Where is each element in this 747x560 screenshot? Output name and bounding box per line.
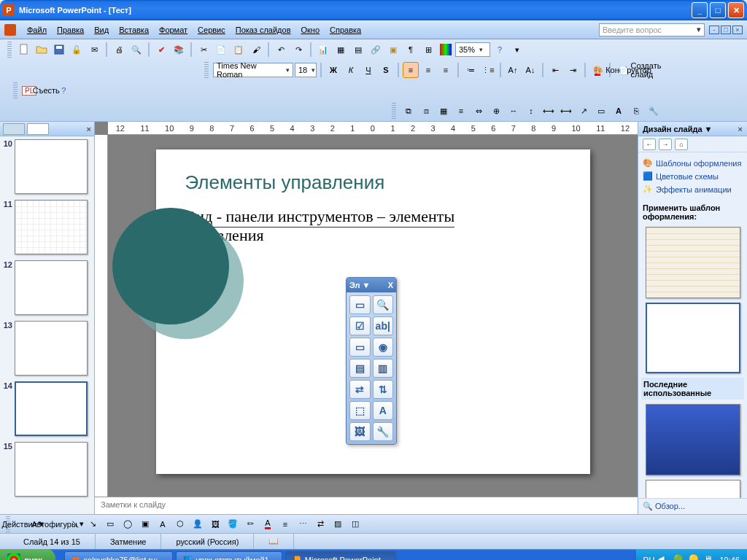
float-close-icon[interactable]: X	[388, 281, 393, 289]
mdi-restore[interactable]: □	[721, 26, 731, 34]
tables-borders-icon[interactable]: ▤	[350, 42, 366, 58]
italic-icon[interactable]: К	[343, 62, 359, 78]
open-icon[interactable]	[34, 42, 50, 58]
align-right-icon[interactable]: ≡	[438, 62, 454, 78]
close-button[interactable]: ✕	[728, 2, 744, 18]
slide-body-line1[interactable]: Вид - панели инструментов – элементы	[185, 207, 455, 228]
ctrl-image-icon[interactable]: 🖼	[349, 422, 371, 441]
link-templates[interactable]: 🎨Шаблоны оформления	[643, 157, 743, 170]
menu-slideshow[interactable]: Показ слайдов	[231, 23, 296, 36]
slide-thumb[interactable]	[15, 260, 88, 315]
arrow-icon[interactable]: ↘	[85, 516, 101, 532]
draw-actions[interactable]: Действия ▾	[15, 516, 31, 532]
ctrl-order-icon[interactable]: ▭	[593, 103, 609, 119]
ctrl-same-icon[interactable]: ⇔	[471, 103, 487, 119]
oval-icon[interactable]: ◯	[120, 516, 136, 532]
ctrl-more-icon[interactable]: 🔧	[373, 422, 394, 441]
ctrl-ungroup-icon[interactable]: ⧈	[418, 103, 434, 119]
ctrl-textbox-icon[interactable]: ab|	[373, 316, 394, 335]
slides-tab[interactable]	[3, 123, 25, 135]
email-icon[interactable]: ✉	[86, 42, 102, 58]
hyperlink-icon[interactable]: 🔗	[368, 42, 384, 58]
decrease-indent-icon[interactable]: ⇤	[547, 62, 563, 78]
3d-icon[interactable]: ◫	[347, 516, 363, 532]
controls-toolbar[interactable]: Эл ▼X ▭ 🔍 ☑ ab| ▭ ◉ ▤ ▥ ⇄ ⇅ ⬚ A 🖼 🔧	[346, 277, 397, 445]
tray-icon[interactable]: 🟢	[673, 554, 685, 560]
menu-format[interactable]: Формат	[154, 23, 193, 36]
taskbar-item[interactable]: 📘 урок открытыймой1...	[176, 551, 282, 560]
rectangle-icon[interactable]: ▭	[102, 516, 118, 532]
align-center-icon[interactable]: ≡	[420, 62, 436, 78]
ctrl-text-icon[interactable]: A	[611, 103, 627, 119]
template-thumb-selected[interactable]	[646, 303, 740, 374]
ctrl-properties-icon[interactable]: 🔍	[373, 295, 394, 314]
tray-lang[interactable]: RU	[643, 556, 655, 560]
tray-icon[interactable]: ◀	[658, 554, 670, 560]
ctrl-width-icon[interactable]: ⟷	[541, 103, 557, 119]
research-icon[interactable]: 📚	[171, 42, 187, 58]
menu-view[interactable]: Вид	[89, 23, 114, 36]
increase-font-icon[interactable]: A↑	[505, 62, 521, 78]
minimize-button[interactable]: _	[692, 2, 708, 18]
ctrl-checkbox-icon[interactable]: ☑	[349, 316, 371, 335]
picture-icon[interactable]: 🖼	[207, 516, 223, 532]
mdi-minimize[interactable]: -	[709, 26, 719, 34]
spell-icon[interactable]: ✔	[153, 42, 169, 58]
show-format-icon[interactable]: ¶	[403, 42, 419, 58]
slide-thumb[interactable]	[15, 200, 88, 254]
font-selector[interactable]: Times New Roman	[213, 63, 293, 77]
align-left-icon[interactable]: ≡	[403, 62, 419, 78]
link-colors[interactable]: 🟦Цветовые схемы	[643, 170, 743, 183]
link-animation[interactable]: ✨Эффекты анимации	[643, 183, 743, 196]
slide-thumb[interactable]	[15, 442, 88, 497]
status-spellcheck-icon[interactable]: 📖	[254, 534, 294, 549]
taskbar-item-active[interactable]: 📙 Microsoft PowerPoint ...	[285, 551, 396, 560]
print-icon[interactable]: 🖨	[111, 42, 127, 58]
float-title[interactable]: Эл ▼	[349, 281, 370, 289]
template-thumb[interactable]	[646, 227, 740, 298]
clipart-icon[interactable]: 👤	[190, 516, 206, 532]
diagram-icon[interactable]: ⬡	[172, 516, 188, 532]
permission-icon[interactable]: 🔓	[69, 42, 85, 58]
slide-thumb[interactable]	[15, 321, 88, 376]
expand-icon[interactable]: ▣	[385, 42, 401, 58]
task-pane-dropdown-icon[interactable]: ▼	[705, 125, 713, 133]
system-tray[interactable]: RU ◀ 🟢 🟡 🖥 19:46	[636, 549, 747, 560]
slide-thumb[interactable]	[15, 139, 88, 194]
paste-icon[interactable]: 📋	[231, 42, 247, 58]
copy-icon[interactable]: 📄	[213, 42, 229, 58]
outline-tab[interactable]	[27, 123, 49, 135]
ctrl-center-icon[interactable]: ⊕	[488, 103, 504, 119]
new-slide-button[interactable]: 📄Создать слайд	[632, 62, 648, 78]
ctrl-dup-icon[interactable]: ⎘	[628, 103, 644, 119]
ctrl-height-icon[interactable]: ⟷	[558, 103, 574, 119]
ctrl-grid-icon[interactable]: ▦	[436, 103, 452, 119]
toolbar-handle[interactable]	[392, 103, 396, 119]
ctrl-group-icon[interactable]: ⧉	[400, 103, 417, 119]
toolbar-options-icon[interactable]: ▾	[509, 42, 525, 58]
undo-icon[interactable]: ↶	[273, 42, 289, 58]
line-style-icon[interactable]: ≡	[277, 516, 293, 532]
arrow-style-icon[interactable]: ⇄	[312, 516, 328, 532]
ctrl-align-icon[interactable]: ≡	[453, 103, 469, 119]
nav-back-icon[interactable]: ←	[643, 139, 656, 150]
zoom-selector[interactable]: 35%	[455, 42, 490, 57]
chart-icon[interactable]: 📊	[315, 42, 331, 58]
preview-icon[interactable]: 🔍	[128, 42, 144, 58]
ctrl-listbox-icon[interactable]: ▤	[349, 359, 371, 378]
ctrl-vspace-icon[interactable]: ↕	[523, 103, 539, 119]
notes-pane[interactable]: Заметки к слайду	[95, 497, 638, 514]
taskbar-item[interactable]: 🦊 solnyshko75@list.ru: ...	[64, 551, 174, 560]
increase-indent-icon[interactable]: ⇥	[565, 62, 581, 78]
underline-icon[interactable]: Ч	[360, 62, 376, 78]
shadow-icon[interactable]: ▨	[330, 516, 346, 532]
slide-body-line2[interactable]: управления	[185, 226, 561, 245]
format-painter-icon[interactable]: 🖌	[248, 42, 264, 58]
ctrl-props-icon[interactable]: 🔧	[646, 103, 662, 119]
slide-thumb[interactable]	[15, 381, 88, 436]
font-size-selector[interactable]: 18	[295, 63, 317, 77]
menu-insert[interactable]: Вставка	[114, 23, 154, 36]
textbox-icon[interactable]: ▣	[137, 516, 153, 532]
color-icon[interactable]	[438, 42, 454, 58]
promt-help-icon[interactable]: ?	[55, 82, 71, 98]
